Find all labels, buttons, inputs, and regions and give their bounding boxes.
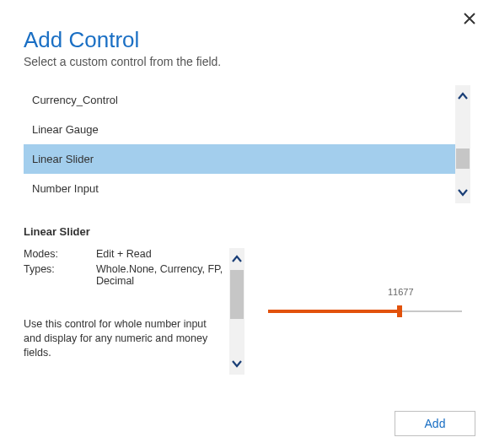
list-item[interactable]: Linear Gauge [24,115,470,144]
types-value: Whole.None, Currency, FP, Decimal [96,263,224,287]
close-icon[interactable] [464,12,475,27]
detail-scrollbar[interactable] [229,248,244,375]
list-item[interactable]: Linear Slider [24,144,470,174]
scroll-thumb[interactable] [456,148,470,169]
dialog-title: Add Control [24,27,470,53]
scroll-track[interactable] [229,270,244,353]
types-label: Types: [24,263,96,287]
scroll-thumb[interactable] [230,270,244,319]
list-item[interactable]: Number Input [24,174,470,203]
modes-value: Edit + Read [96,248,224,260]
scroll-track[interactable] [455,107,470,181]
detail-pane: Linear Slider Modes: Edit + Read Types: … [24,225,470,383]
slider-value-label: 11677 [388,287,414,297]
control-preview: 11677 [244,248,470,383]
list-scrollbar[interactable] [455,85,470,203]
chevron-up-icon[interactable] [229,248,244,270]
detail-info: Modes: Edit + Read Types: Whole.None, Cu… [24,248,229,383]
control-list: Currency_Control Linear Gauge Linear Sli… [24,85,470,203]
chevron-up-icon[interactable] [455,85,470,107]
detail-title: Linear Slider [24,225,470,238]
linear-slider[interactable] [268,305,462,317]
slider-fill [268,310,400,313]
dialog-subtitle: Select a custom control from the field. [24,55,470,68]
control-list-container: Currency_Control Linear Gauge Linear Sli… [24,85,470,203]
slider-handle[interactable] [397,305,402,317]
chevron-down-icon[interactable] [455,181,470,203]
chevron-down-icon[interactable] [229,353,244,375]
modes-label: Modes: [24,248,96,260]
add-button[interactable]: Add [395,411,475,436]
list-item[interactable]: Currency_Control [24,85,470,115]
detail-description: Use this control for whole number input … [24,317,224,360]
